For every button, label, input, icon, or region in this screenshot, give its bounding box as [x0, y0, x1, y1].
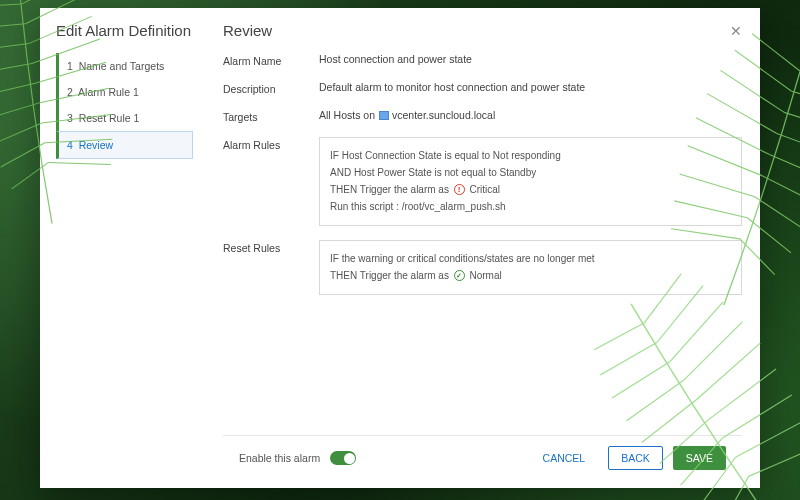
edit-alarm-modal: Edit Alarm Definition 1 Name and Targets… [40, 8, 760, 488]
severity-label: Critical [470, 184, 501, 195]
targets-host: vcenter.suncloud.local [392, 109, 495, 121]
modal-title: Edit Alarm Definition [56, 22, 193, 39]
targets-value: All Hosts on vcenter.suncloud.local [319, 109, 742, 121]
wizard-steps: 1 Name and Targets 2 Alarm Rule 1 3 Rese… [56, 53, 193, 159]
reset-then: THEN Trigger the alarm as Normal [330, 269, 731, 283]
alarm-name-label: Alarm Name [223, 53, 309, 67]
step-label: Name and Targets [79, 60, 165, 72]
cancel-button[interactable]: CANCEL [530, 446, 599, 470]
rule-if: IF Host Connection State is equal to Not… [330, 149, 731, 163]
step-reset-rule-1[interactable]: 3 Reset Rule 1 [56, 105, 193, 131]
targets-label: Targets [223, 109, 309, 123]
step-number: 3 [67, 112, 73, 124]
step-label: Review [79, 139, 113, 151]
panel-heading: Review [223, 22, 272, 39]
description-value: Default alarm to monitor host connection… [319, 81, 742, 93]
step-label: Alarm Rule 1 [78, 86, 139, 98]
rule-and: AND Host Power State is not equal to Sta… [330, 166, 731, 180]
rule-script: Run this script : /root/vc_alarm_push.sh [330, 200, 731, 214]
modal-footer: Enable this alarm CANCEL BACK SAVE [223, 435, 742, 480]
step-review[interactable]: 4 Review [56, 131, 193, 159]
desktop-background: Edit Alarm Definition 1 Name and Targets… [0, 0, 800, 500]
step-number: 4 [67, 139, 73, 151]
rule-then: THEN Trigger the alarm as Critical [330, 183, 731, 197]
reset-if: IF the warning or critical conditions/st… [330, 252, 731, 266]
alarm-rules-label: Alarm Rules [223, 137, 309, 151]
description-label: Description [223, 81, 309, 95]
severity-label: Normal [470, 270, 502, 281]
save-button[interactable]: SAVE [673, 446, 726, 470]
step-name-and-targets[interactable]: 1 Name and Targets [56, 53, 193, 79]
vcenter-icon [379, 111, 389, 120]
reset-rules-box: IF the warning or critical conditions/st… [319, 240, 742, 295]
targets-prefix: All Hosts on [319, 109, 375, 121]
enable-alarm-label: Enable this alarm [239, 452, 320, 464]
back-button[interactable]: BACK [608, 446, 663, 470]
enable-alarm-toggle[interactable] [330, 451, 356, 465]
alarm-rules-box: IF Host Connection State is equal to Not… [319, 137, 742, 226]
step-label: Reset Rule 1 [79, 112, 140, 124]
wizard-sidebar: Edit Alarm Definition 1 Name and Targets… [40, 8, 205, 488]
reset-rules-label: Reset Rules [223, 240, 309, 254]
normal-icon [454, 270, 465, 281]
alarm-name-value: Host connection and power state [319, 53, 742, 65]
review-panel: Review ✕ Alarm Name Host connection and … [205, 8, 760, 488]
critical-icon [454, 184, 465, 195]
close-icon[interactable]: ✕ [730, 24, 742, 38]
step-alarm-rule-1[interactable]: 2 Alarm Rule 1 [56, 79, 193, 105]
step-number: 1 [67, 60, 73, 72]
step-number: 2 [67, 86, 73, 98]
